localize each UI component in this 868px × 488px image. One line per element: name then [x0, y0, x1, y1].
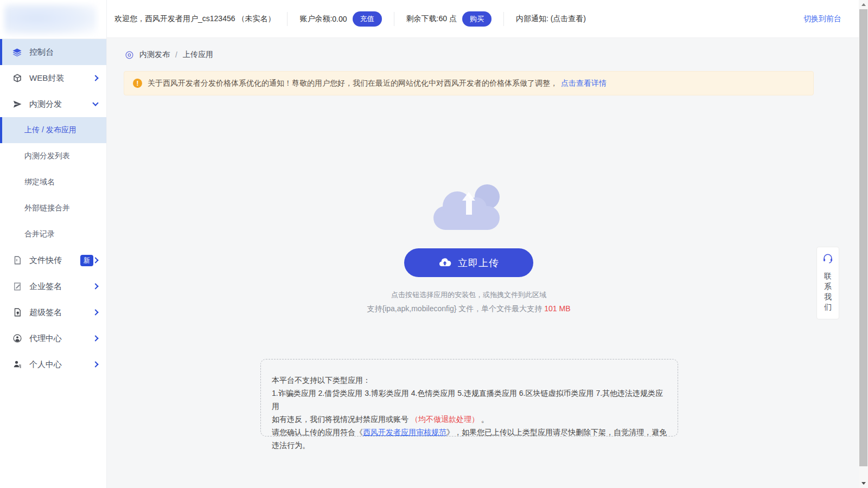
- chevron-down-icon: [92, 100, 98, 106]
- upload-hint-line1: 点击按钮选择应用的安装包，或拖拽文件到此区域: [124, 290, 814, 300]
- divider: [394, 12, 394, 26]
- banner-details-link[interactable]: 点击查看详情: [561, 79, 607, 88]
- up-arrow-icon: [462, 192, 475, 215]
- sidebar: 控制台 WEB封装 内测分发 上传 / 发布应用 内测分发列表 绑定域名 外部链…: [0, 0, 107, 488]
- logo: [0, 0, 106, 39]
- warning-icon: !: [133, 79, 142, 88]
- rules-line4-text: 请您确认上传的应用符合《: [272, 428, 363, 436]
- agent-person-icon: [12, 333, 22, 344]
- downloads-label: 剩余下载:: [406, 14, 439, 24]
- rules-line3-text: 如有违反，我们将视情况封禁应用或账号: [272, 415, 411, 423]
- chevron-right-icon: [92, 309, 98, 315]
- sidebar-subitem-label: 合并记录: [24, 229, 55, 239]
- sidebar-subitem-upload-publish-app[interactable]: 上传 / 发布应用: [0, 117, 106, 143]
- scrollbar-thumb[interactable]: [859, 9, 867, 466]
- clipboard-pen-icon: [12, 281, 22, 292]
- scrollbar-down-arrow[interactable]: [859, 479, 868, 488]
- layers-icon: [12, 47, 22, 57]
- rules-line4: 请您确认上传的应用符合《西风开发者应用审核规范》，如果您已上传以上类型应用请尽快…: [272, 426, 667, 452]
- sidebar-subitem-external-link-merge[interactable]: 外部链接合并: [0, 195, 106, 221]
- chevron-right-icon: [92, 335, 98, 341]
- banner-text: 关于西风开发者分发价格体系优化的通知！尊敬的用户您好，我们在最近的网站优化中对西…: [148, 79, 558, 88]
- sidebar-item-console[interactable]: 控制台: [0, 39, 106, 65]
- contact-us-label: 联系我们: [824, 271, 832, 312]
- sidebar-item-super-signing[interactable]: 超级签名: [0, 299, 106, 325]
- unsupported-apps-notice: 本平台不支持以下类型应用： 1.诈骗类应用 2.借贷类应用 3.博彩类应用 4.…: [260, 359, 678, 436]
- breadcrumb-page: 上传应用: [183, 50, 213, 60]
- headset-icon: [822, 253, 834, 265]
- chevron-right-icon: [92, 361, 98, 367]
- chevron-right-icon: [92, 283, 98, 289]
- sidebar-item-beta-distribution[interactable]: 内测分发: [0, 91, 106, 117]
- no-refund-warning: （均不做退款处理）: [411, 415, 479, 423]
- sidebar-item-personal-center[interactable]: 个人中心: [0, 351, 106, 377]
- rules-line3: 如有违反，我们将视情况封禁应用或账号 （均不做退款处理） 。: [272, 413, 667, 426]
- buy-button[interactable]: 购买: [462, 11, 492, 27]
- sidebar-subitem-label: 上传 / 发布应用: [24, 125, 76, 135]
- sidebar-subitem-merge-records[interactable]: 合并记录: [0, 221, 106, 247]
- sidebar-item-label: 文件快传: [29, 255, 76, 266]
- sidebar-item-web-packaging[interactable]: WEB封装: [0, 65, 106, 91]
- logo-image: [4, 4, 97, 35]
- sidebar-subitem-beta-list[interactable]: 内测分发列表: [0, 143, 106, 169]
- upload-now-button[interactable]: 立即上传: [404, 248, 533, 277]
- sidebar-subitem-label: 外部链接合并: [24, 203, 70, 213]
- person-list-icon: [12, 359, 22, 370]
- downloads-value: 60 点: [438, 14, 456, 24]
- rules-line1: 本平台不支持以下类型应用：: [272, 374, 667, 387]
- sidebar-subitem-bind-domain[interactable]: 绑定域名: [0, 169, 106, 195]
- sidebar-item-label: 个人中心: [29, 359, 93, 370]
- scrollbar-up-arrow[interactable]: [859, 0, 868, 9]
- rules-line3-end: 。: [479, 415, 489, 423]
- divider: [287, 12, 288, 26]
- certificate-file-icon: [12, 307, 22, 318]
- sidebar-item-label: 企业签名: [29, 281, 93, 292]
- rules-line2: 1.诈骗类应用 2.借贷类应用 3.博彩类应用 4.色情类应用 5.违规直播类应…: [272, 387, 667, 413]
- max-size-value: 101 MB: [544, 304, 570, 313]
- balance-label: 账户余额:: [299, 14, 332, 24]
- package-icon: [12, 73, 22, 84]
- breadcrumb-separator: /: [175, 50, 177, 59]
- upload-dropzone[interactable]: 立即上传 点击按钮选择应用的安装包，或拖拽文件到此区域 支持{ipa,apk,m…: [124, 95, 814, 314]
- divider: [503, 12, 504, 26]
- balance-value: 0.00: [332, 15, 347, 23]
- breadcrumb: 内测发布 / 上传应用: [125, 50, 213, 60]
- internal-notice-link[interactable]: 内部通知: (点击查看): [516, 14, 586, 24]
- sidebar-item-label: 超级签名: [29, 307, 93, 318]
- upload-hint-line2: 支持{ipa,apk,mobileconfig} 文件，单个文件最大支持 101…: [124, 304, 814, 314]
- sidebar-item-file-transfer[interactable]: 文件快传 新: [0, 247, 106, 273]
- paper-plane-icon: [12, 99, 22, 110]
- sidebar-subitem-label: 绑定域名: [24, 177, 55, 187]
- review-standards-link[interactable]: 西风开发者应用审核规范: [363, 428, 446, 436]
- zip-file-icon: [12, 255, 22, 266]
- breadcrumb-section[interactable]: 内测发布: [139, 50, 170, 60]
- contact-us-widget[interactable]: 联系我们: [816, 247, 839, 319]
- cloud-upload-icon: [438, 256, 451, 269]
- location-target-icon: [125, 50, 134, 60]
- main-content: 内测发布 / 上传应用 ! 关于西风开发者分发价格体系优化的通知！尊敬的用户您好…: [107, 38, 859, 488]
- sidebar-item-agent-center[interactable]: 代理中心: [0, 325, 106, 351]
- chevron-right-icon: [92, 75, 98, 81]
- sidebar-item-label: 控制台: [29, 47, 98, 57]
- new-badge: 新: [80, 255, 93, 266]
- notice-banner: ! 关于西风开发者分发价格体系优化的通知！尊敬的用户您好，我们在最近的网站优化中…: [124, 71, 814, 95]
- upload-hint-prefix: 支持{ipa,apk,mobileconfig} 文件，单个文件最大支持: [367, 304, 544, 313]
- sidebar-item-label: 内测分发: [29, 99, 93, 110]
- switch-to-frontend-link[interactable]: 切换到前台: [803, 14, 841, 24]
- vertical-scrollbar[interactable]: [859, 0, 868, 488]
- sidebar-item-label: 代理中心: [29, 333, 93, 344]
- chevron-right-icon: [92, 257, 98, 263]
- welcome-text: 欢迎您，西风开发者用户_cs123456 （未实名）: [114, 14, 275, 24]
- cloud-upload-illustration: [433, 184, 504, 234]
- topbar: 欢迎您，西风开发者用户_cs123456 （未实名） 账户余额: 0.00 充值…: [107, 0, 859, 38]
- sidebar-subitem-label: 内测分发列表: [24, 151, 70, 161]
- recharge-button[interactable]: 充值: [353, 11, 382, 27]
- sidebar-item-enterprise-signing[interactable]: 企业签名: [0, 273, 106, 299]
- upload-button-label: 立即上传: [458, 256, 499, 269]
- sidebar-item-label: WEB封装: [29, 73, 93, 84]
